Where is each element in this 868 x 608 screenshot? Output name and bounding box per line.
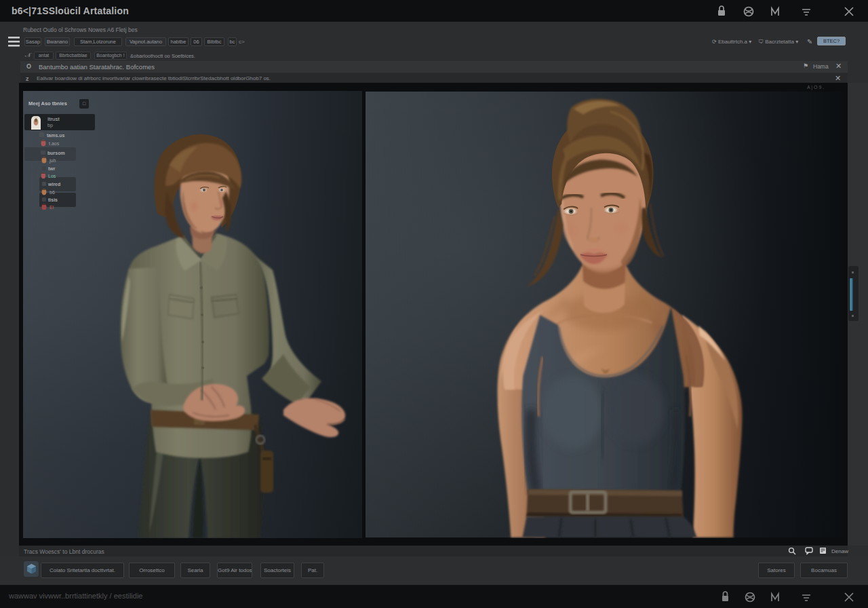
svg-text:El: El: [50, 205, 54, 210]
svg-text:Los: Los: [48, 174, 56, 178]
svg-text:bursom: bursom: [47, 151, 65, 155]
svg-text:wired: wired: [47, 182, 60, 187]
svg-text:tisis: tisis: [48, 197, 58, 202]
svg-text:b6: b6: [50, 190, 55, 195]
svg-text:tams.us: tams.us: [47, 133, 65, 138]
svg-text:t.aos: t.aos: [49, 141, 60, 146]
svg-text:twr: twr: [48, 166, 56, 171]
svg-text:juh: juh: [49, 158, 56, 164]
